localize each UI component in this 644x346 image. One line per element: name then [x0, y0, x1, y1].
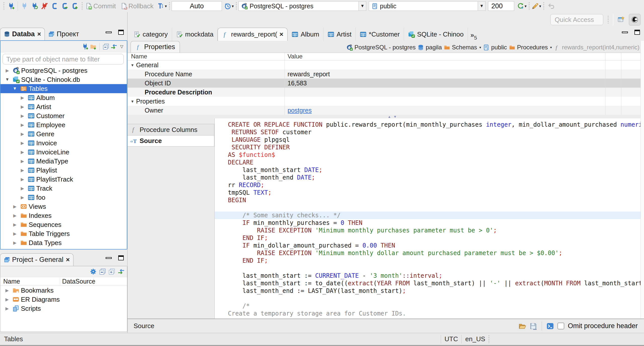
tab-project-general[interactable]: Project - General × [0, 253, 73, 266]
expander-icon[interactable]: ▶ [4, 68, 11, 73]
disconnect-button[interactable] [39, 1, 50, 11]
reconnect-button[interactable] [29, 1, 39, 11]
breadcrumb-item-pagila[interactable]: pagila [418, 44, 442, 51]
gear-icon[interactable] [90, 268, 97, 275]
code-line[interactable]: last_month_start DATE; [215, 166, 641, 174]
tree-item-album[interactable]: ▶Album [1, 93, 127, 102]
expander-icon[interactable]: ▶ [19, 122, 26, 128]
toolbar-grip[interactable] [3, 2, 5, 10]
tree-item-artist[interactable]: ▶Artist [1, 102, 127, 111]
connection-dropdown-button[interactable]: ▼ [359, 1, 366, 11]
tab-database-navigator[interactable]: Databa × [0, 28, 45, 40]
code-line[interactable]: DECLARE [215, 159, 641, 166]
minimize-view-button[interactable] [106, 31, 112, 33]
tree-item-foo[interactable]: ▶foo [1, 193, 127, 202]
property-row-general[interactable]: ▼General [128, 60, 644, 70]
expander-icon[interactable]: ▶ [3, 288, 11, 293]
sql-editor-button[interactable] [50, 1, 60, 11]
code-line[interactable]: RETURNS SETOF customer [215, 128, 641, 136]
expander-icon[interactable]: ▶ [19, 150, 26, 155]
expander-icon[interactable]: ▼ [11, 86, 19, 91]
property-row-object-id[interactable]: Object ID16,583 [128, 79, 644, 88]
tree-item-indexes[interactable]: ▶Indexes [1, 211, 127, 220]
code-line[interactable]: last_month_start := to_date((extract(YEA… [215, 280, 641, 287]
expander-icon[interactable]: ▶ [3, 306, 11, 311]
commit-label[interactable]: Commit [93, 2, 116, 10]
expander-icon[interactable]: ▶ [11, 222, 19, 227]
toolbar-grip[interactable] [235, 2, 237, 10]
tree-item-data-types[interactable]: ▶Data Types [1, 238, 127, 247]
open-in-console-icon[interactable] [546, 322, 554, 330]
expander-icon[interactable]: ▼ [131, 63, 136, 67]
expander-icon[interactable]: ▶ [19, 104, 26, 110]
code-line[interactable]: IF min_dollar_amount_purchased = 0.00 TH… [215, 242, 641, 249]
load-from-file-icon[interactable] [518, 322, 526, 330]
chevron-down-icon[interactable]: ▾ [550, 45, 552, 49]
expander-icon[interactable]: ▼ [131, 99, 136, 103]
property-value-cell[interactable]: 16,583 [285, 79, 307, 88]
property-value-link[interactable]: postgres [288, 107, 312, 114]
maximize-view-button[interactable] [118, 255, 124, 260]
code-line[interactable]: last_month_start := CURRENT_DATE - '3 mo… [215, 272, 641, 280]
tree-item-sqlite-chinook-db[interactable]: ▼SQLite - Chinook.db [1, 75, 127, 84]
code-line[interactable]: last_month_end := LAST_DAY(last_month_st… [215, 287, 641, 295]
omit-procedure-header-label[interactable]: Omit procedure header [568, 322, 638, 330]
toolbar-grip[interactable] [168, 2, 171, 10]
expander-icon[interactable]: ▶ [19, 195, 26, 200]
editor-tab-album[interactable]: Album [288, 28, 324, 41]
property-value-cell[interactable]: postgres [285, 106, 312, 115]
column-header-name[interactable]: Name [128, 53, 285, 60]
editor-tab-rewards-report[interactable]: frewards_report(× [218, 28, 288, 41]
code-line[interactable]: LANGUAGE plpgsql [215, 136, 641, 144]
new-connection-button[interactable] [6, 1, 16, 11]
code-line[interactable]: END IF; [215, 234, 641, 242]
tab-properties[interactable]: f Properties [131, 41, 180, 53]
new-folder-icon[interactable] [90, 43, 96, 50]
column-header-name[interactable]: Name [0, 278, 60, 285]
code-line[interactable]: Create a temporary storage area for Cust… [215, 310, 641, 317]
expander-icon[interactable]: ▶ [19, 131, 26, 137]
tree-item-table-triggers[interactable]: ▶Table Triggers [1, 229, 127, 238]
tree-filter-input[interactable] [3, 54, 124, 64]
tree-item-views[interactable]: ▶Views [1, 202, 127, 211]
breadcrumb-item-procedures[interactable]: Procedures▾ [509, 44, 552, 51]
toolbar-grip[interactable] [542, 2, 545, 10]
maximize-view-button[interactable] [118, 30, 124, 35]
timezone-indicator[interactable]: UTC [445, 335, 458, 343]
code-line[interactable] [215, 295, 641, 302]
locale-indicator[interactable]: en_US [465, 335, 485, 343]
expander-icon[interactable]: ▶ [19, 168, 26, 173]
column-divider[interactable] [285, 53, 285, 115]
editor-tab-mockdata[interactable]: mockdata [172, 28, 218, 41]
property-row-procedure-description[interactable]: Procedure Description [128, 88, 644, 97]
property-value-cell[interactable] [285, 60, 288, 70]
expander-icon[interactable]: ▶ [19, 95, 26, 100]
collapse-all-icon[interactable] [99, 268, 106, 275]
expander-icon[interactable]: ▶ [11, 231, 19, 236]
property-row-properties[interactable]: ▼Properties [128, 97, 644, 106]
code-line[interactable]: BEGIN [215, 196, 641, 204]
maximize-editor-button[interactable] [634, 30, 640, 35]
open-sql-script-button[interactable] [60, 1, 70, 11]
property-row-owner[interactable]: Ownerpostgres [128, 106, 644, 115]
active-schema-combo[interactable]: public [369, 1, 478, 11]
source-editor[interactable]: CREATE OR REPLACE FUNCTION public.reward… [215, 118, 641, 319]
expander-icon[interactable]: ▶ [19, 159, 26, 164]
code-line[interactable]: AS $function$ [215, 151, 641, 159]
tree-item-customer[interactable]: ▶Customer [1, 111, 127, 120]
rollback-button[interactable] [119, 1, 128, 11]
source-code[interactable]: CREATE OR REPLACE FUNCTION public.reward… [215, 118, 641, 319]
code-line[interactable]: IF min_monthly_purchases = 0 THEN [215, 219, 641, 227]
property-value-cell[interactable]: rewards_report [285, 70, 330, 79]
code-line[interactable]: /* [215, 302, 641, 310]
tree-item-invoiceline[interactable]: ▶InvoiceLine [1, 148, 127, 157]
expander-icon[interactable]: ▶ [11, 240, 19, 246]
expander-icon[interactable]: ▶ [19, 141, 26, 146]
column-header-value[interactable]: Value [285, 53, 303, 60]
transaction-mode-button[interactable]: ▾ [157, 1, 167, 11]
tab-source[interactable]: ‹›T Source [128, 135, 214, 147]
close-icon[interactable]: × [66, 256, 70, 264]
breadcrumb-item-schemas[interactable]: Schemas▾ [444, 44, 481, 51]
undo-button[interactable] [546, 1, 556, 11]
new-connection-icon[interactable] [82, 43, 88, 50]
